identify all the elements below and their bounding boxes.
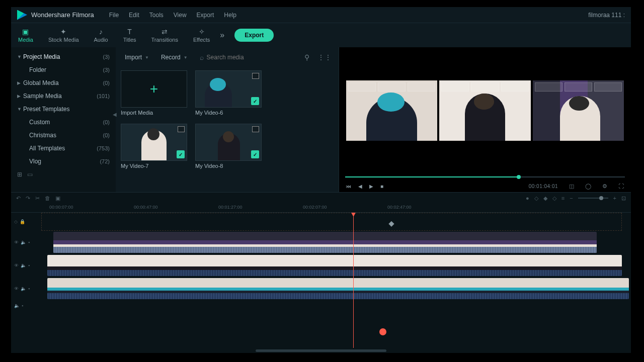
playhead[interactable] bbox=[353, 213, 354, 348]
play-icon[interactable]: ▶ bbox=[369, 184, 373, 189]
filter-icon[interactable]: ⚲ bbox=[302, 53, 311, 61]
snapshot-icon[interactable]: ◯ bbox=[585, 183, 591, 190]
video-track-1[interactable]: 👁🔈▪ bbox=[11, 277, 631, 300]
timeline-clip[interactable] bbox=[47, 278, 629, 299]
chevron-right-icon: ▶ bbox=[17, 80, 23, 85]
menu-tools[interactable]: Tools bbox=[149, 12, 164, 19]
search-media[interactable]: ⌕ bbox=[196, 51, 298, 63]
zoom-in-icon[interactable]: + bbox=[613, 195, 616, 201]
media-clip[interactable]: ✓ My Video-7 bbox=[121, 124, 187, 169]
prev-frame-icon[interactable]: ⏮ bbox=[346, 184, 351, 189]
titles-icon: T bbox=[125, 28, 134, 36]
track-toggle-icon[interactable]: ◇ bbox=[14, 219, 18, 224]
scrub-bar[interactable] bbox=[345, 174, 625, 180]
lock-icon[interactable]: ▪ bbox=[28, 263, 30, 268]
menu-view[interactable]: View bbox=[174, 12, 187, 19]
cut-icon[interactable]: ✂ bbox=[35, 195, 40, 202]
lock-icon[interactable]: ▪ bbox=[28, 286, 30, 291]
mute-icon[interactable]: 🔈 bbox=[21, 286, 26, 291]
collapse-sidebar-icon[interactable]: ◀ bbox=[113, 112, 117, 117]
record-marker-icon[interactable] bbox=[379, 328, 386, 335]
lock-icon[interactable]: 🔒 bbox=[20, 219, 25, 224]
clip-type-icon bbox=[178, 126, 185, 132]
ruler-tick: 00:01:27:00 bbox=[218, 205, 243, 210]
sidebar-item-custom[interactable]: Custom(0) bbox=[11, 116, 116, 129]
stop-icon[interactable]: ◀ bbox=[358, 184, 362, 189]
menu-file[interactable]: File bbox=[109, 12, 119, 19]
fullscreen-icon[interactable]: ⛶ bbox=[618, 183, 624, 189]
sidebar-item-all-templates[interactable]: All Templates(753) bbox=[11, 142, 116, 155]
track-spacer bbox=[11, 311, 631, 341]
menu-edit[interactable]: Edit bbox=[129, 12, 139, 19]
quality-icon[interactable]: ◫ bbox=[569, 183, 574, 190]
settings-icon[interactable]: ⚙ bbox=[602, 183, 607, 190]
marker-prev-icon[interactable]: ◇ bbox=[534, 195, 538, 202]
preview-canvas[interactable] bbox=[343, 50, 627, 171]
eye-icon[interactable]: 👁 bbox=[14, 240, 19, 245]
zoom-out-icon[interactable]: − bbox=[570, 195, 573, 201]
mute-icon[interactable]: 🔈 bbox=[21, 240, 26, 245]
preview-clip bbox=[533, 80, 624, 141]
record-icon[interactable]: ● bbox=[526, 195, 529, 201]
tab-stock-media[interactable]: ✦Stock Media bbox=[48, 28, 79, 43]
track-spacer: ◇🔒 bbox=[11, 213, 631, 231]
effects-icon: ✧ bbox=[197, 28, 206, 36]
more-tabs-icon[interactable]: » bbox=[220, 31, 224, 40]
timeline-toolbar: ↶ ↷ ✂ 🗑 ▣ ● ◇ ◆ ◇ ≡ − + ⊡ bbox=[11, 193, 631, 204]
timeline-tracks: ◇🔒 👁🔈▪ 👁🔈▪ 👁🔈▪ 🔈▪ bbox=[11, 213, 631, 348]
video-track-2[interactable]: 👁🔈▪ bbox=[11, 254, 631, 277]
timeline-ruler[interactable]: 00:00:07:0000:00:47:0000:01:27:0000:02:0… bbox=[11, 204, 631, 213]
eye-icon[interactable]: 👁 bbox=[14, 286, 19, 291]
video-track-3[interactable]: 👁🔈▪ bbox=[11, 231, 631, 254]
sidebar-item-folder[interactable]: Folder(3) bbox=[11, 63, 116, 76]
media-clip[interactable]: ✓ My Video-8 bbox=[195, 124, 262, 169]
mute-icon[interactable]: 🔈 bbox=[14, 303, 20, 308]
import-dropdown[interactable]: Import▼ bbox=[121, 52, 153, 63]
redo-icon[interactable]: ↷ bbox=[26, 195, 30, 202]
menu-help[interactable]: Help bbox=[224, 12, 236, 19]
search-input[interactable] bbox=[207, 54, 294, 61]
zoom-fit-icon[interactable]: ⊡ bbox=[621, 195, 626, 202]
mixer-icon[interactable]: ≡ bbox=[561, 195, 565, 201]
import-media-tile[interactable]: + Import Media bbox=[121, 70, 187, 116]
lock-icon[interactable]: ▪ bbox=[22, 303, 23, 308]
marker-next-icon[interactable]: ◇ bbox=[552, 195, 556, 202]
tab-effects[interactable]: ✧Effects bbox=[193, 28, 210, 43]
tab-transitions[interactable]: ⇄Transitions bbox=[151, 28, 178, 43]
scrub-handle[interactable] bbox=[517, 175, 521, 179]
delete-icon[interactable]: 🗑 bbox=[45, 195, 50, 201]
crop-icon[interactable]: ▣ bbox=[55, 195, 60, 202]
timeline-scrollbar[interactable] bbox=[11, 348, 631, 353]
lock-icon[interactable]: ▪ bbox=[28, 240, 30, 245]
sidebar-item-global-media[interactable]: ▶Global Media(0) bbox=[11, 76, 116, 89]
media-icon: ▣ bbox=[21, 28, 30, 36]
record-dropdown[interactable]: Record▼ bbox=[157, 52, 192, 63]
next-frame-icon[interactable]: ■ bbox=[380, 184, 383, 189]
audio-icon: ♪ bbox=[97, 28, 106, 36]
menu-export[interactable]: Export bbox=[197, 12, 214, 19]
sidebar-item-project-media[interactable]: ▼Project Media(3) bbox=[11, 50, 116, 63]
sidebar-item-christmas[interactable]: Christmas(0) bbox=[11, 129, 116, 142]
undo-icon[interactable]: ↶ bbox=[16, 195, 21, 202]
tab-audio[interactable]: ♪Audio bbox=[94, 28, 108, 43]
sidebar-item-sample-media[interactable]: ▶Sample Media(101) bbox=[11, 89, 116, 103]
audio-track[interactable]: 🔈▪ bbox=[11, 300, 631, 311]
media-clip[interactable]: ✓ My Video-6 bbox=[195, 70, 262, 116]
new-folder-icon[interactable]: ⊞ bbox=[17, 171, 22, 178]
eye-icon[interactable]: 👁 bbox=[14, 263, 19, 268]
sidebar-item-preset-templates[interactable]: ▼Preset Templates bbox=[11, 103, 116, 116]
sidebar-item-vlog[interactable]: Vlog(72) bbox=[11, 155, 116, 168]
export-button[interactable]: Export bbox=[234, 29, 274, 42]
camera-icon: ✦ bbox=[59, 28, 68, 36]
timeline-clip[interactable] bbox=[47, 255, 622, 276]
tool-tabs-bar: ▣Media ✦Stock Media ♪Audio TTitles ⇄Tran… bbox=[11, 23, 631, 47]
preview-clip bbox=[439, 80, 530, 141]
tab-media[interactable]: ▣Media bbox=[18, 28, 33, 43]
tab-titles[interactable]: TTitles bbox=[123, 28, 136, 43]
marker-add-icon[interactable]: ◆ bbox=[543, 195, 547, 202]
mute-icon[interactable]: 🔈 bbox=[21, 263, 26, 268]
grid-view-icon[interactable]: ⋮⋮ bbox=[315, 53, 334, 61]
timeline-clip[interactable] bbox=[53, 232, 597, 253]
zoom-slider[interactable] bbox=[578, 198, 608, 199]
folder-icon[interactable]: ▭ bbox=[27, 171, 33, 178]
